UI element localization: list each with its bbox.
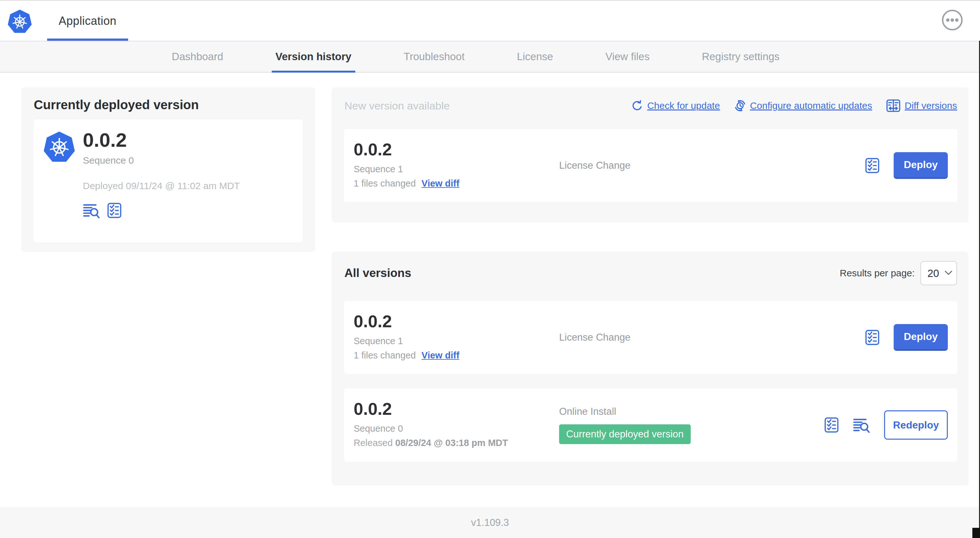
all-versions-title: All versions — [344, 267, 411, 280]
version-sequence: Sequence 1 — [354, 336, 559, 346]
checklist-icon[interactable] — [107, 202, 123, 219]
version-row: 0.0.2 Sequence 1 1 files changed View di… — [344, 301, 958, 374]
install-source-label: Online Install — [559, 406, 616, 417]
tab-license[interactable]: License — [513, 41, 557, 72]
checklist-icon[interactable] — [864, 157, 880, 174]
tab-version-history[interactable]: Version history — [272, 41, 355, 72]
logs-icon[interactable] — [853, 417, 871, 433]
version-sequence: Sequence 0 — [354, 424, 559, 434]
new-version-card: 0.0.2 Sequence 1 1 files changed View di… — [344, 129, 958, 202]
currently-deployed-badge: Currently deployed version — [559, 424, 691, 444]
results-per-page-select[interactable]: 20 — [920, 261, 957, 285]
view-diff-link[interactable]: View diff — [422, 178, 460, 189]
kubernetes-logo-icon — [43, 130, 76, 163]
version-sequence: Sequence 1 — [354, 164, 559, 175]
check-for-update-link[interactable]: Check for update — [631, 100, 720, 112]
current-version-number: 0.0.2 — [83, 128, 240, 152]
redeploy-button[interactable]: Redeploy — [884, 410, 948, 440]
diff-icon — [886, 99, 900, 113]
tab-dashboard[interactable]: Dashboard — [168, 41, 227, 72]
screen-corner-artifact — [972, 528, 980, 538]
results-per-page-label: Results per page: — [840, 268, 915, 279]
current-version-deployed-timestamp: Deployed 09/11/24 @ 11:02 am MDT — [83, 181, 240, 191]
diff-versions-link[interactable]: Diff versions — [886, 99, 957, 113]
change-type-label: License Change — [559, 332, 630, 343]
app-header: Application — [0, 1, 980, 41]
version-number: 0.0.2 — [354, 311, 559, 332]
app-tab-label: Application — [59, 14, 117, 28]
tab-view-files[interactable]: View files — [601, 41, 654, 72]
change-type-label: License Change — [559, 160, 630, 171]
tab-troubleshoot[interactable]: Troubleshoot — [400, 41, 468, 72]
currently-deployed-title: Currently deployed version — [34, 98, 199, 112]
app-footer: v1.109.3 — [0, 507, 980, 538]
tab-registry-settings[interactable]: Registry settings — [698, 41, 783, 72]
version-number: 0.0.2 — [354, 139, 559, 159]
current-version-sequence: Sequence 0 — [83, 155, 240, 166]
version-row: 0.0.2 Sequence 0 Released 08/29/24 @ 03:… — [344, 388, 958, 462]
view-diff-link[interactable]: View diff — [422, 350, 460, 361]
currently-deployed-card: 0.0.2 Sequence 0 Deployed 09/11/24 @ 11:… — [34, 119, 303, 242]
app-tab-application[interactable]: Application — [47, 1, 128, 41]
more-options-ellipsis-icon[interactable] — [942, 9, 963, 31]
clock-refresh-icon — [734, 100, 746, 112]
version-number: 0.0.2 — [354, 398, 559, 419]
deploy-button[interactable]: Deploy — [894, 324, 948, 351]
checklist-icon[interactable] — [864, 329, 880, 346]
released-prefix: Released — [354, 438, 393, 448]
files-changed-text: 1 files changed — [354, 350, 416, 361]
console-version-text: v1.109.3 — [471, 517, 509, 528]
configure-automatic-updates-link[interactable]: Configure automatic updates — [734, 100, 872, 112]
deploy-button[interactable]: Deploy — [894, 152, 948, 179]
main-nav: Dashboard Version history Troubleshoot L… — [0, 41, 980, 73]
checklist-icon[interactable] — [824, 417, 840, 433]
refresh-icon — [631, 100, 643, 112]
kubernetes-logo-icon — [7, 9, 32, 34]
files-changed-text: 1 files changed — [354, 178, 416, 189]
released-timestamp: 08/29/24 @ 03:18 pm MDT — [395, 438, 508, 448]
currently-deployed-panel: Currently deployed version 0.0.2 — [21, 87, 315, 252]
new-version-title: New version available — [344, 100, 450, 112]
logs-icon[interactable] — [83, 202, 101, 219]
